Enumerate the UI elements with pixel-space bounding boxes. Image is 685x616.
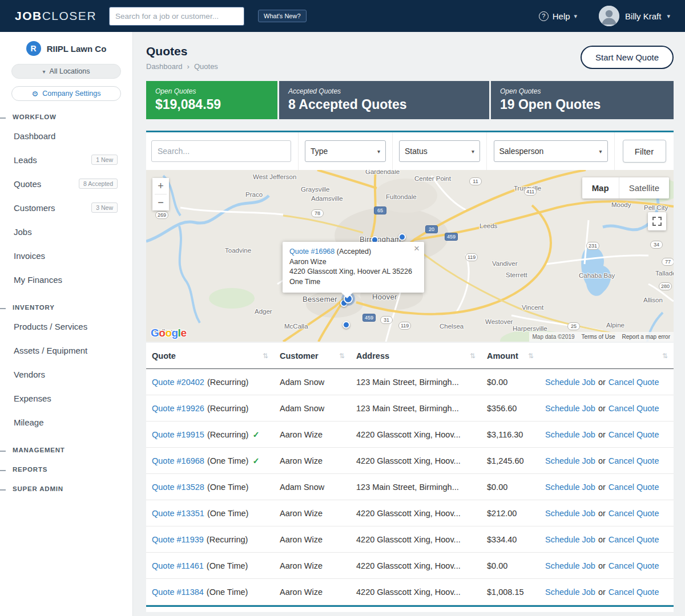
zoom-in-button[interactable]: + — [152, 178, 169, 194]
google-logo[interactable]: Google — [151, 327, 186, 339]
quote-link[interactable]: Quote #11461 — [152, 561, 204, 570]
schedule-job-link[interactable]: Schedule Job — [545, 587, 595, 597]
sidebar-item-my-finances[interactable]: My Finances — [0, 268, 132, 291]
sidebar-item-vendors[interactable]: Vendors — [0, 362, 132, 386]
schedule-job-link[interactable]: Schedule Job — [545, 430, 595, 439]
quote-type: (Recurring) — [207, 378, 249, 387]
info-quote-link[interactable]: Quote #16968 — [289, 248, 335, 256]
nav-section-management[interactable]: MANAGEMENT — [0, 447, 132, 453]
customers-badge: 3 New — [91, 202, 118, 213]
type-select[interactable]: Type ▾ — [305, 140, 386, 162]
quote-link[interactable]: Quote #20402 — [152, 378, 204, 387]
sort-icon[interactable]: ⇅ — [662, 352, 668, 360]
logo-text-light: CLOSER — [42, 9, 96, 22]
help-menu[interactable]: ? Help ▾ — [539, 11, 577, 21]
cancel-quote-link[interactable]: Cancel Quote — [609, 378, 659, 387]
locations-dropdown[interactable]: ▾ All Locations — [11, 64, 121, 79]
action-separator: or — [598, 587, 606, 597]
quote-link[interactable]: Quote #13528 — [152, 483, 204, 492]
company-settings-button[interactable]: ⚙ Company Settings — [11, 86, 121, 101]
sidebar-item-quotes[interactable]: Quotes8 Accepted — [0, 172, 132, 196]
pagination-bar — [146, 605, 674, 612]
sidebar-item-mileage[interactable]: Mileage — [0, 410, 132, 434]
zoom-out-button[interactable]: − — [152, 194, 169, 210]
map-type-control: Map Satellite — [582, 177, 669, 198]
terms-of-use-link[interactable]: Terms of Use — [582, 334, 615, 340]
map-label: West Jefferson — [253, 173, 296, 180]
global-search-input[interactable] — [109, 7, 244, 26]
sort-icon[interactable]: ⇅ — [528, 352, 534, 360]
filter-button[interactable]: Filter — [623, 140, 666, 163]
user-menu[interactable]: Billy Kraft ▾ — [599, 6, 670, 26]
sidebar-item-customers[interactable]: Customers3 New — [0, 196, 132, 220]
quotes-search-input[interactable] — [151, 140, 291, 162]
cancel-quote-link[interactable]: Cancel Quote — [609, 561, 659, 570]
info-quote-status: (Accepted) — [337, 248, 371, 256]
nav-section-reports[interactable]: REPORTS — [0, 466, 132, 473]
sidebar-item-invoices[interactable]: Invoices — [0, 244, 132, 268]
quote-address: 4220 Glasscott Xing, Hoov... — [356, 587, 461, 597]
map[interactable]: Gardendale West Jefferson Praco Graysvil… — [146, 170, 674, 342]
sidebar-item-products-services[interactable]: Products / Services — [0, 314, 132, 338]
sidebar-item-leads[interactable]: Leads1 New — [0, 148, 132, 172]
map-marker[interactable] — [398, 233, 406, 241]
navbar-right: ? Help ▾ Billy Kraft ▾ — [539, 6, 670, 26]
schedule-job-link[interactable]: Schedule Job — [545, 378, 595, 387]
quote-link[interactable]: Quote #19926 — [152, 404, 204, 413]
sidebar-item-expenses[interactable]: Expenses — [0, 386, 132, 410]
whats-new-button[interactable]: What's New? — [258, 10, 306, 22]
sort-icon[interactable]: ⇅ — [339, 352, 345, 360]
quote-amount: $212.00 — [487, 509, 517, 518]
header-quote[interactable]: Quote⇅ — [146, 351, 274, 360]
quote-address: 4220 Glasscott Xing, Hoov... — [356, 430, 461, 439]
fullscreen-button[interactable] — [648, 212, 666, 230]
start-new-quote-button[interactable]: Start New Quote — [581, 46, 674, 69]
map-type-satellite-button[interactable]: Satellite — [619, 177, 669, 198]
map-marker[interactable] — [342, 321, 350, 329]
header-customer[interactable]: Customer⇅ — [274, 351, 350, 360]
cancel-quote-link[interactable]: Cancel Quote — [609, 535, 659, 544]
schedule-job-link[interactable]: Schedule Job — [545, 483, 595, 492]
salesperson-select-value: Salesperson — [499, 147, 544, 156]
avatar — [599, 6, 619, 26]
quote-link[interactable]: Quote #16968 — [152, 456, 204, 465]
app-logo[interactable]: JOBCLOSER — [15, 9, 96, 23]
schedule-job-link[interactable]: Schedule Job — [545, 509, 595, 518]
schedule-job-link[interactable]: Schedule Job — [545, 404, 595, 413]
info-customer: Aaron Wize — [289, 257, 417, 268]
route-shield: 25 — [567, 322, 580, 330]
map-label: Vincent — [522, 304, 543, 311]
cancel-quote-link[interactable]: Cancel Quote — [609, 456, 659, 465]
sidebar-item-assets-equipment[interactable]: Assets / Equipment — [0, 338, 132, 362]
map-label: McCalla — [284, 323, 308, 330]
quote-link[interactable]: Quote #11384 — [152, 587, 204, 597]
cancel-quote-link[interactable]: Cancel Quote — [609, 587, 659, 597]
sidebar-item-dashboard[interactable]: Dashboard — [0, 124, 132, 148]
map-attribution: Map data ©2019 Terms of Use Report a map… — [529, 332, 674, 342]
cancel-quote-link[interactable]: Cancel Quote — [609, 430, 659, 439]
sort-icon[interactable]: ⇅ — [470, 352, 476, 360]
cancel-quote-link[interactable]: Cancel Quote — [609, 509, 659, 518]
schedule-job-link[interactable]: Schedule Job — [545, 535, 595, 544]
quote-link[interactable]: Quote #11939 — [152, 535, 204, 544]
header-amount[interactable]: Amount⇅ — [481, 351, 539, 360]
sort-icon[interactable]: ⇅ — [263, 352, 268, 360]
status-select[interactable]: Status ▾ — [399, 140, 480, 162]
table-row: Quote #20402(Recurring) Adam Snow 123 Ma… — [146, 369, 674, 395]
map-type-map-button[interactable]: Map — [582, 177, 619, 198]
schedule-job-link[interactable]: Schedule Job — [545, 561, 595, 570]
header-actions[interactable]: ⇅ — [539, 352, 674, 360]
nav-section-super-admin[interactable]: SUPER ADMIN — [0, 485, 132, 492]
close-icon[interactable]: × — [414, 244, 420, 253]
breadcrumb-dashboard[interactable]: Dashboard — [146, 62, 183, 71]
header-address[interactable]: Address⇅ — [350, 351, 481, 360]
cancel-quote-link[interactable]: Cancel Quote — [609, 404, 659, 413]
sidebar-item-jobs[interactable]: Jobs — [0, 220, 132, 244]
cancel-quote-link[interactable]: Cancel Quote — [609, 483, 659, 492]
schedule-job-link[interactable]: Schedule Job — [545, 456, 595, 465]
quote-link[interactable]: Quote #13351 — [152, 509, 204, 518]
help-label: Help — [553, 11, 570, 21]
quote-link[interactable]: Quote #19915 — [152, 430, 204, 439]
salesperson-select[interactable]: Salesperson ▾ — [494, 140, 608, 162]
report-map-error-link[interactable]: Report a map error — [622, 334, 670, 340]
